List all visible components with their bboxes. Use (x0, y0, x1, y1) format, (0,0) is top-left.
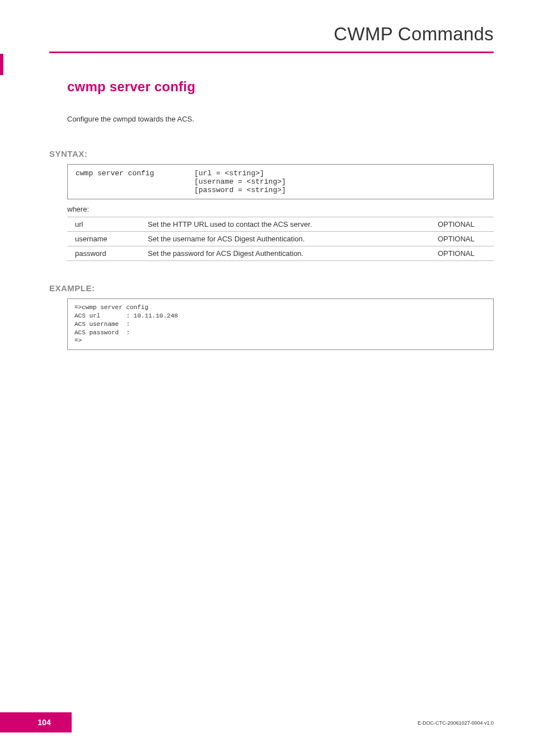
param-table: url Set the HTTP URL used to contact the… (67, 217, 494, 261)
content-area: cwmp server config Configure the cwmpd t… (0, 53, 534, 350)
param-name: password (67, 246, 140, 261)
param-desc: Set the password for ACS Digest Authenti… (140, 246, 427, 261)
command-intro: Configure the cwmpd towards the ACS. (67, 115, 494, 123)
param-name: username (67, 232, 140, 246)
syntax-args: [url = <string>] [username = <string>] [… (188, 166, 492, 198)
param-desc: Set the HTTP URL used to contact the ACS… (140, 217, 427, 232)
param-opt: OPTIONAL (427, 217, 494, 232)
page-header-title: CWMP Commands (0, 0, 534, 52)
where-label: where: (67, 205, 494, 213)
syntax-table: cwmp server config [url = <string>] [use… (67, 164, 494, 199)
param-name: url (67, 217, 140, 232)
example-output: =>cwmp server config ACS url : 10.11.10.… (67, 298, 494, 350)
side-tab (0, 54, 3, 75)
syntax-command: cwmp server config (69, 166, 186, 198)
param-opt: OPTIONAL (427, 232, 494, 246)
command-title: cwmp server config (67, 79, 494, 95)
param-row: username Set the username for ACS Digest… (67, 232, 494, 246)
param-row: url Set the HTTP URL used to contact the… (67, 217, 494, 232)
syntax-label: SYNTAX: (49, 149, 476, 158)
page-number-badge: 104 (0, 712, 72, 732)
example-label: EXAMPLE: (49, 283, 476, 293)
param-desc: Set the username for ACS Digest Authenti… (140, 232, 427, 246)
param-opt: OPTIONAL (427, 246, 494, 261)
param-row: password Set the password for ACS Digest… (67, 246, 494, 261)
document-id: E-DOC-CTC-20061027-0004 v1.0 (418, 720, 494, 726)
